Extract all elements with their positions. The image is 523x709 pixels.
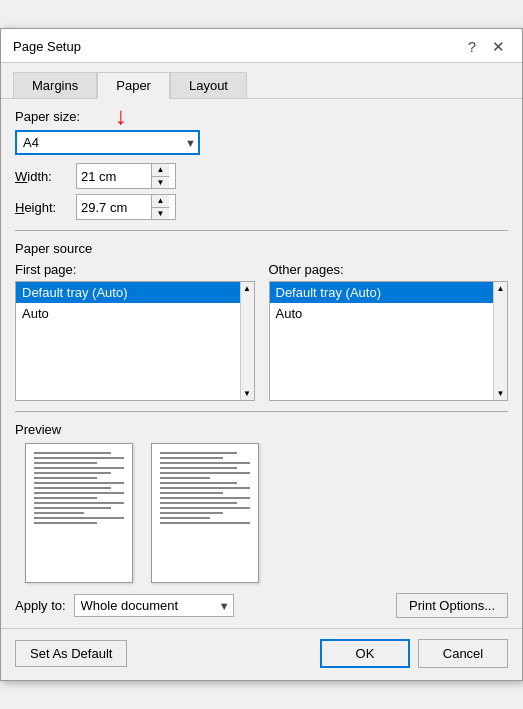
tab-bar: Margins Paper Layout	[1, 63, 522, 98]
height-row: Height: 29.7 cm ▲ ▼	[15, 194, 508, 220]
other-pages-scrollbar: ▲ ▼	[493, 282, 507, 400]
divider-1	[15, 230, 508, 231]
print-options-button[interactable]: Print Options...	[396, 593, 508, 618]
apply-to-label: Apply to:	[15, 598, 66, 613]
tab-paper[interactable]: Paper	[97, 72, 170, 99]
preview-line	[160, 452, 237, 454]
preview-line	[34, 477, 97, 479]
preview-line	[34, 472, 111, 474]
dialog-footer: Set As Default OK Cancel	[1, 628, 522, 680]
paper-size-dropdown-wrapper: ↓ A4 Letter Legal A3 A5 ▼	[15, 130, 200, 155]
height-label: Height:	[15, 200, 70, 215]
width-spin-down[interactable]: ▼	[152, 176, 169, 188]
apply-to-row: Apply to: Whole document This point forw…	[15, 593, 508, 618]
set-as-default-button[interactable]: Set As Default	[15, 640, 127, 667]
preview-line	[160, 517, 210, 519]
title-bar: Page Setup ? ✕	[1, 29, 522, 63]
preview-line	[34, 462, 97, 464]
paper-size-row: ↓ A4 Letter Legal A3 A5 ▼	[15, 130, 508, 155]
paper-size-label: Paper size:	[15, 109, 508, 124]
preview-line	[160, 502, 237, 504]
preview-line	[34, 482, 124, 484]
preview-line	[34, 452, 111, 454]
height-input[interactable]: 29.7 cm	[77, 198, 151, 217]
other-pages-list[interactable]: Default tray (Auto) Auto ▲ ▼	[269, 281, 509, 401]
other-pages-col: Other pages: Default tray (Auto) Auto ▲ …	[269, 262, 509, 401]
preview-line	[34, 467, 124, 469]
preview-line	[34, 517, 124, 519]
width-row: Width: 21 cm ▲ ▼	[15, 163, 508, 189]
width-spin-up[interactable]: ▲	[152, 164, 169, 176]
paper-size-select[interactable]: A4 Letter Legal A3 A5	[15, 130, 200, 155]
other-pages-scroll-down[interactable]: ▼	[494, 387, 507, 400]
preview-line	[34, 507, 111, 509]
preview-line	[34, 497, 97, 499]
preview-line	[34, 487, 111, 489]
first-page-scroll-track	[241, 295, 254, 387]
ok-button[interactable]: OK	[320, 639, 410, 668]
width-input-wrap: 21 cm ▲ ▼	[76, 163, 176, 189]
footer-right: OK Cancel	[320, 639, 508, 668]
height-spin: ▲ ▼	[151, 195, 169, 219]
preview-line	[160, 522, 250, 524]
first-page-item-2[interactable]: Auto	[16, 303, 240, 324]
preview-line	[160, 492, 223, 494]
preview-line	[160, 487, 250, 489]
preview-line	[34, 512, 84, 514]
paper-source-label: Paper source	[15, 241, 508, 256]
preview-line	[160, 467, 237, 469]
width-spin: ▲ ▼	[151, 164, 169, 188]
other-pages-label: Other pages:	[269, 262, 509, 277]
tab-margins[interactable]: Margins	[13, 72, 97, 99]
other-pages-scroll-up[interactable]: ▲	[494, 282, 507, 295]
preview-line	[160, 482, 237, 484]
help-button[interactable]: ?	[463, 37, 481, 56]
source-columns: First page: Default tray (Auto) Auto ▲ ▼…	[15, 262, 508, 401]
dialog-body: Paper size: ↓ A4 Letter Legal A3 A5 ▼ Wi…	[1, 98, 522, 628]
title-bar-right: ? ✕	[463, 37, 510, 56]
other-pages-item-2[interactable]: Auto	[270, 303, 494, 324]
preview-section: Preview	[15, 422, 508, 583]
apply-to-select[interactable]: Whole document This point forward Select…	[74, 594, 234, 617]
other-pages-scroll-track	[494, 295, 507, 387]
preview-line	[160, 477, 210, 479]
height-spin-up[interactable]: ▲	[152, 195, 169, 207]
first-page-label: First page:	[15, 262, 255, 277]
title-bar-left: Page Setup	[13, 39, 81, 54]
preview-line	[34, 492, 124, 494]
other-pages-item-1[interactable]: Default tray (Auto)	[270, 282, 494, 303]
first-page-scrollbar: ▲ ▼	[240, 282, 254, 400]
height-input-wrap: 29.7 cm ▲ ▼	[76, 194, 176, 220]
preview-line	[34, 522, 97, 524]
paper-source-section: Paper source First page: Default tray (A…	[15, 241, 508, 401]
preview-line	[160, 472, 250, 474]
preview-line	[34, 457, 124, 459]
first-page-scroll-up[interactable]: ▲	[241, 282, 254, 295]
first-page-list[interactable]: Default tray (Auto) Auto ▲ ▼	[15, 281, 255, 401]
width-input[interactable]: 21 cm	[77, 167, 151, 186]
close-button[interactable]: ✕	[487, 37, 510, 56]
preview-pages	[15, 443, 508, 583]
preview-line	[160, 457, 223, 459]
page-setup-dialog: Page Setup ? ✕ Margins Paper Layout Pape…	[0, 28, 523, 681]
cancel-button[interactable]: Cancel	[418, 639, 508, 668]
preview-label: Preview	[15, 422, 508, 437]
first-page-scroll-down[interactable]: ▼	[241, 387, 254, 400]
tab-layout[interactable]: Layout	[170, 72, 247, 99]
first-page-col: First page: Default tray (Auto) Auto ▲ ▼	[15, 262, 255, 401]
preview-page-1	[25, 443, 133, 583]
dialog-title: Page Setup	[13, 39, 81, 54]
height-spin-down[interactable]: ▼	[152, 207, 169, 219]
preview-line	[160, 507, 250, 509]
preview-page-2	[151, 443, 259, 583]
preview-line	[160, 512, 223, 514]
apply-to-dropdown-wrap: Whole document This point forward Select…	[74, 594, 234, 617]
width-label: Width:	[15, 169, 70, 184]
footer-left: Set As Default	[15, 640, 127, 667]
preview-line	[160, 462, 250, 464]
first-page-item-1[interactable]: Default tray (Auto)	[16, 282, 240, 303]
preview-line	[34, 502, 124, 504]
preview-line	[160, 497, 250, 499]
divider-2	[15, 411, 508, 412]
